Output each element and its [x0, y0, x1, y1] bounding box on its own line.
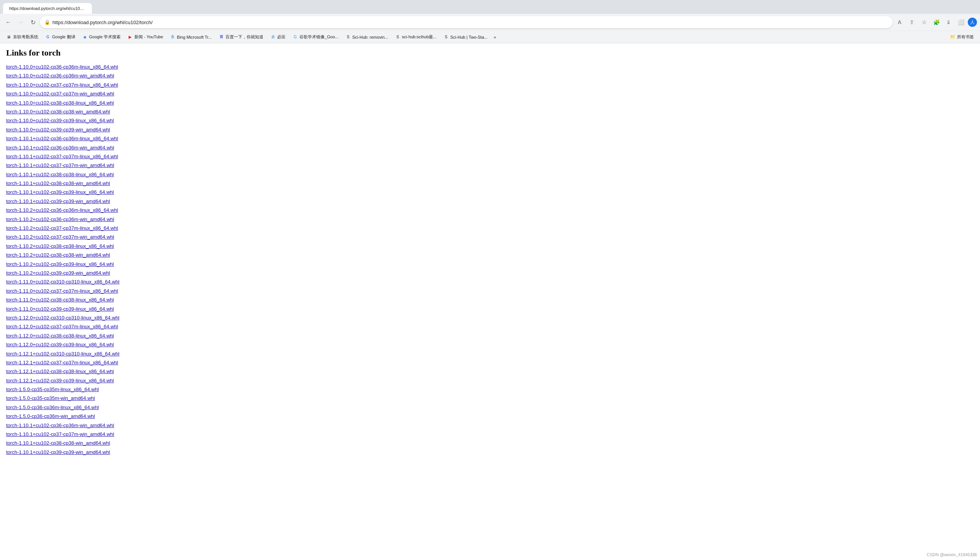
whl-link[interactable]: torch-1.10.1+cu102-cp38-cp38-win_amd64.w… [6, 438, 974, 447]
bookmark-label: Google 学术搜索 [89, 34, 121, 40]
bookmark-label: 谷歌学术镜像_Goo... [299, 34, 339, 40]
whl-link[interactable]: torch-1.12.0+cu102-cp310-cp310-linux_x86… [6, 313, 974, 322]
google-translate-icon: G [45, 35, 50, 40]
bookmarks-bar: 🖥 东软考勤系统 G Google 翻译 ◆ Google 学术搜索 ▶ 新闻 … [0, 31, 980, 43]
whl-link[interactable]: torch-1.10.0+cu102-cp39-cp39-win_amd64.w… [6, 125, 974, 134]
whl-link[interactable]: torch-1.10.1+cu102-cp39-cp39-win_amd64.w… [6, 197, 974, 206]
youtube-icon: ▶ [128, 35, 133, 40]
bing-ms-icon: B [170, 35, 175, 40]
whl-link[interactable]: torch-1.10.2+cu102-cp39-cp39-win_amd64.w… [6, 268, 974, 277]
bookmark-label: 百度一下，你就知道 [226, 34, 263, 40]
bookmark-dongruan[interactable]: 🖥 东软考勤系统 [3, 33, 42, 42]
whl-link[interactable]: torch-1.11.0+cu102-cp38-cp38-linux_x86_6… [6, 295, 974, 304]
whl-link[interactable]: torch-1.10.2+cu102-cp38-cp38-linux_x86_6… [6, 242, 974, 250]
whl-link[interactable]: torch-1.10.2+cu102-cp38-cp38-win_amd64.w… [6, 250, 974, 259]
translate-icon[interactable]: A [894, 17, 905, 28]
whl-link[interactable]: torch-1.10.0+cu102-cp38-cp38-linux_x86_6… [6, 98, 974, 107]
download-icon[interactable]: ⇓ [943, 17, 954, 28]
bookmark-label: sci-hub:scihub最... [402, 34, 437, 40]
scihub1-icon: S [345, 35, 350, 40]
reload-button[interactable]: ↻ [28, 17, 38, 28]
whl-link[interactable]: torch-1.12.1+cu102-cp310-cp310-linux_x86… [6, 349, 974, 358]
bookmark-bing-ms[interactable]: B Bing Microsoft Tr... [167, 33, 215, 42]
google-mirror-icon: G [292, 35, 298, 40]
folder-icon: 📁 [950, 35, 955, 40]
bookmark-star-icon[interactable]: ☆ [919, 17, 930, 28]
bookmark-google-translate[interactable]: G Google 翻译 [42, 33, 78, 42]
window-icon[interactable]: ⬜ [955, 17, 966, 28]
scihub2-icon: S [395, 35, 400, 40]
whl-link[interactable]: torch-1.10.1+cu102-cp37-cp37m-win_amd64.… [6, 161, 974, 170]
bookmark-label: Sci-Hub: removin... [352, 35, 388, 40]
whl-link[interactable]: torch-1.10.0+cu102-cp37-cp37m-linux_x86_… [6, 80, 974, 89]
baidu-icon: 百 [219, 35, 224, 40]
page-title: Links for torch [6, 48, 974, 58]
whl-link[interactable]: torch-1.10.1+cu102-cp37-cp37m-win_amd64.… [6, 430, 974, 438]
extensions-icon[interactable]: 🧩 [931, 17, 942, 28]
whl-link[interactable]: torch-1.12.1+cu102-cp39-cp39-linux_x86_6… [6, 376, 974, 385]
google-scholar-icon: ◆ [82, 35, 88, 40]
whl-link[interactable]: torch-1.10.0+cu102-cp37-cp37m-win_amd64.… [6, 89, 974, 98]
bookmark-scihub1[interactable]: S Sci-Hub: removin... [342, 33, 391, 42]
bookmark-label: 必应 [277, 34, 286, 40]
page-content: Links for torch torch-1.10.0+cu102-cp36-… [0, 43, 980, 560]
back-button[interactable]: ← [3, 17, 14, 28]
whl-link[interactable]: torch-1.12.1+cu102-cp37-cp37m-linux_x86_… [6, 358, 974, 367]
whl-link[interactable]: torch-1.10.0+cu102-cp36-cp36m-win_amd64.… [6, 71, 974, 80]
whl-link[interactable]: torch-1.10.2+cu102-cp39-cp39-linux_x86_6… [6, 260, 974, 268]
nav-right-icons: A ⇧ ☆ 🧩 ⇓ ⬜ 人 [894, 17, 977, 28]
whl-link[interactable]: torch-1.5.0-cp36-cp36m-linux_x86_64.whl [6, 403, 974, 412]
whl-link[interactable]: torch-1.10.2+cu102-cp36-cp36m-linux_x86_… [6, 206, 974, 215]
whl-link[interactable]: torch-1.10.0+cu102-cp39-cp39-linux_x86_6… [6, 116, 974, 125]
bookmark-google-scholar[interactable]: ◆ Google 学术搜索 [79, 33, 124, 42]
address-bar[interactable]: 🔒 [40, 16, 893, 28]
bookmark-label: Bing Microsoft Tr... [177, 35, 212, 40]
whl-link[interactable]: torch-1.10.0+cu102-cp38-cp38-win_amd64.w… [6, 107, 974, 116]
whl-link[interactable]: torch-1.12.1+cu102-cp38-cp38-linux_x86_6… [6, 367, 974, 376]
url-input[interactable] [52, 20, 888, 25]
lock-icon: 🔒 [45, 20, 50, 25]
whl-link[interactable]: torch-1.5.0-cp36-cp36m-win_amd64.whl [6, 412, 974, 420]
scihub3-icon: S [443, 35, 448, 40]
bookmark-scihub2[interactable]: S sci-hub:scihub最... [392, 33, 440, 42]
forward-button[interactable]: → [15, 17, 26, 28]
bookmark-label: Sci-Hub | Two-Sta... [450, 35, 487, 40]
whl-link[interactable]: torch-1.5.0-cp35-cp35m-win_amd64.whl [6, 394, 974, 403]
whl-link[interactable]: torch-1.10.2+cu102-cp37-cp37m-win_amd64.… [6, 233, 974, 241]
bookmark-label: 新闻 - YouTube [135, 34, 163, 40]
bookmark-folder[interactable]: 📁 所有书签 [947, 33, 977, 42]
links-list: torch-1.10.0+cu102-cp36-cp36m-linux_x86_… [6, 62, 974, 457]
whl-link[interactable]: torch-1.12.0+cu102-cp37-cp37m-linux_x86_… [6, 322, 974, 331]
bing-icon: 必 [270, 35, 276, 40]
whl-link[interactable]: torch-1.10.1+cu102-cp39-cp39-win_amd64.w… [6, 448, 974, 457]
whl-link[interactable]: torch-1.11.0+cu102-cp37-cp37m-linux_x86_… [6, 287, 974, 295]
more-bookmarks-button[interactable]: » [492, 33, 498, 42]
bookmark-label: Google 翻译 [52, 34, 75, 40]
profile-icon[interactable]: 人 [968, 18, 977, 27]
whl-link[interactable]: torch-1.10.0+cu102-cp36-cp36m-linux_x86_… [6, 62, 974, 71]
whl-link[interactable]: torch-1.5.0-cp35-cp35m-linux_x86_64.whl [6, 385, 974, 394]
whl-link[interactable]: torch-1.10.1+cu102-cp36-cp36m-linux_x86_… [6, 134, 974, 143]
whl-link[interactable]: torch-1.10.1+cu102-cp36-cp36m-win_amd64.… [6, 421, 974, 430]
bookmark-scihub3[interactable]: S Sci-Hub | Two-Sta... [440, 33, 490, 42]
bookmark-google-mirror[interactable]: G 谷歌学术镜像_Goo... [289, 33, 342, 42]
whl-link[interactable]: torch-1.10.1+cu102-cp36-cp36m-win_amd64.… [6, 143, 974, 152]
watermark: CSDN @weixin_41945336 [927, 552, 977, 557]
whl-link[interactable]: torch-1.10.2+cu102-cp36-cp36m-win_amd64.… [6, 215, 974, 224]
tab-title: https://download.pytorch.org/whl/cu102/t… [9, 6, 86, 11]
whl-link[interactable]: torch-1.10.1+cu102-cp38-cp38-linux_x86_6… [6, 170, 974, 179]
bookmark-youtube[interactable]: ▶ 新闻 - YouTube [125, 33, 166, 42]
whl-link[interactable]: torch-1.10.1+cu102-cp39-cp39-linux_x86_6… [6, 188, 974, 197]
whl-link[interactable]: torch-1.12.0+cu102-cp38-cp38-linux_x86_6… [6, 331, 974, 340]
whl-link[interactable]: torch-1.10.1+cu102-cp38-cp38-win_amd64.w… [6, 179, 974, 188]
whl-link[interactable]: torch-1.10.2+cu102-cp37-cp37m-linux_x86_… [6, 224, 974, 233]
active-tab[interactable]: https://download.pytorch.org/whl/cu102/t… [3, 3, 92, 14]
bookmark-bing[interactable]: 必 必应 [267, 33, 289, 42]
whl-link[interactable]: torch-1.11.0+cu102-cp310-cp310-linux_x86… [6, 277, 974, 286]
bookmark-label: 东软考勤系统 [13, 34, 38, 40]
whl-link[interactable]: torch-1.11.0+cu102-cp39-cp39-linux_x86_6… [6, 305, 974, 313]
whl-link[interactable]: torch-1.12.0+cu102-cp39-cp39-linux_x86_6… [6, 340, 974, 349]
bookmark-baidu[interactable]: 百 百度一下，你就知道 [216, 33, 266, 42]
whl-link[interactable]: torch-1.10.1+cu102-cp37-cp37m-linux_x86_… [6, 152, 974, 161]
share-icon[interactable]: ⇧ [907, 17, 917, 28]
